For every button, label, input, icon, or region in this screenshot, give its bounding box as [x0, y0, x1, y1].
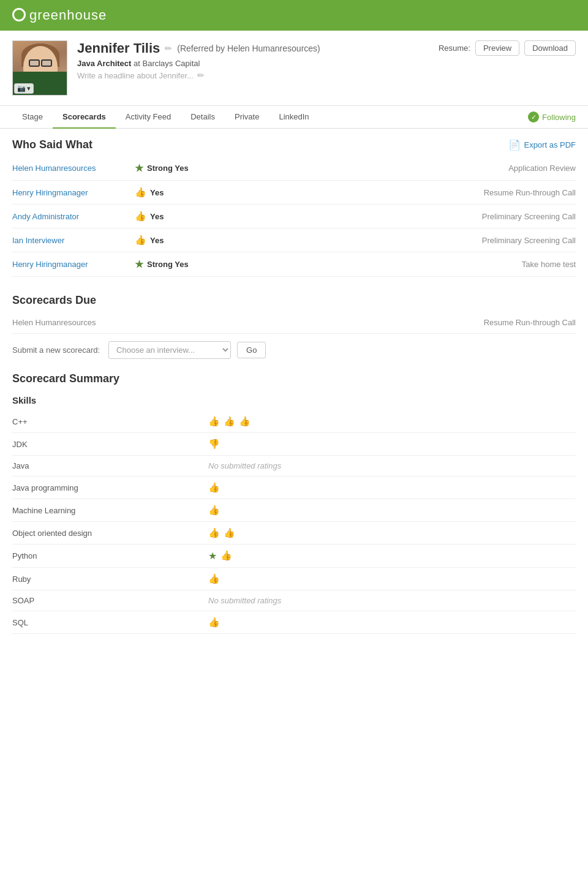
tab-stage[interactable]: Stage: [12, 106, 53, 129]
photo-camera-button[interactable]: 📷▾: [14, 83, 34, 94]
rating-label: Yes: [150, 188, 164, 197]
glass-left: [29, 59, 40, 67]
table-row: Java No submitted ratings: [12, 456, 576, 477]
candidate-job-title: Java Architect: [77, 59, 131, 68]
scorecard-summary-title: Scorecard Summary: [12, 372, 576, 385]
thumbs-up-icon: 👍: [135, 211, 146, 222]
export-pdf-button[interactable]: 📄 Export as PDF: [508, 139, 576, 151]
stage-cell: Preliminary Screening Call: [257, 205, 576, 228]
rating-cell: 👍 Yes: [135, 205, 257, 228]
skill-rating-cell: 👍 👍 👍: [208, 410, 576, 433]
following-button[interactable]: ✓ Following: [528, 111, 576, 123]
stage-cell: Preliminary Screening Call: [257, 228, 576, 252]
thumbs-up-icon: 👍: [135, 235, 146, 246]
no-rating-label: No submitted ratings: [208, 596, 281, 605]
skill-rating-cell: 👎: [208, 433, 576, 456]
skill-rating-cell: No submitted ratings: [208, 590, 576, 611]
skill-rating-cell: 👍: [208, 477, 576, 499]
table-row: Python ★ 👍: [12, 545, 576, 568]
thumbs-up-icon: 👍: [208, 573, 220, 584]
rating-cell: 👍 Yes: [135, 181, 257, 205]
skill-rating-cell: 👍 👍: [208, 522, 576, 545]
tab-details[interactable]: Details: [181, 106, 225, 129]
rating-label: Strong Yes: [147, 164, 189, 173]
due-reviewer-name: Helen Humanresources: [12, 312, 135, 334]
tab-private[interactable]: Private: [225, 106, 269, 129]
glass-right: [41, 59, 52, 67]
interview-select[interactable]: Choose an interview...: [108, 341, 231, 359]
star-icon: ★: [135, 162, 143, 174]
reviewer-name-link[interactable]: Andy Administrator: [12, 212, 79, 221]
table-row: Machine Learning 👍: [12, 499, 576, 522]
yes-rating: 👍 Yes: [135, 211, 257, 222]
table-row: SQL 👍: [12, 611, 576, 634]
following-check-icon: ✓: [528, 111, 539, 123]
skill-name: SOAP: [12, 590, 208, 611]
resume-label: Resume:: [439, 43, 470, 53]
rating-label: Yes: [150, 212, 164, 221]
tab-scorecards[interactable]: Scorecards: [53, 106, 116, 129]
skill-rating-cell: 👍: [208, 611, 576, 634]
thumbs-down-icon: 👎: [208, 439, 220, 449]
reviewer-name-link[interactable]: Ian Interviewer: [12, 236, 64, 245]
reviewer-name-link[interactable]: Henry Hiringmanager: [12, 188, 88, 197]
table-row: Ruby 👍: [12, 568, 576, 590]
reviewer-name-cell: Helen Humanresources: [12, 156, 135, 181]
table-row: JDK 👎: [12, 433, 576, 456]
edit-headline-icon[interactable]: ✏: [197, 70, 205, 80]
skill-name: JDK: [12, 433, 208, 456]
headline-placeholder: Write a headline about Jennifer...: [77, 71, 194, 80]
skill-rating-cell: 👍: [208, 568, 576, 590]
candidate-name-row: Jennifer Tilis ✏ (Referred by Helen Huma…: [77, 40, 439, 56]
rating-label: Yes: [150, 236, 164, 245]
logo-text: greenhouse: [29, 7, 107, 23]
star-icon: ★: [135, 258, 143, 270]
reviewer-name-link[interactable]: Henry Hiringmanager: [12, 260, 88, 269]
table-row: Helen Humanresources ★ Strong Yes Applic…: [12, 156, 576, 181]
candidate-photo: 📷▾: [12, 40, 67, 96]
rating-cell: ★ Strong Yes: [135, 252, 257, 277]
rating-label: Strong Yes: [147, 260, 189, 269]
yes-rating: 👍 Yes: [135, 235, 257, 246]
skill-name: Java: [12, 456, 208, 477]
thumbs-up-icon: 👍: [208, 416, 220, 427]
reviewer-name-link[interactable]: Helen Humanresources: [12, 164, 96, 173]
camera-dropdown-icon: ▾: [27, 85, 31, 92]
export-pdf-label: Export as PDF: [524, 140, 576, 149]
thumbs-up-icon: 👍: [224, 416, 235, 427]
reviewer-name-cell: Andy Administrator: [12, 205, 135, 228]
reviewer-name-cell: Henry Hiringmanager: [12, 252, 135, 277]
thumbs-up-icon: 👍: [135, 187, 146, 198]
skill-name: Object oriented design: [12, 522, 208, 545]
who-said-what-header: Who Said What 📄 Export as PDF: [12, 129, 576, 156]
yes-rating: 👍 Yes: [135, 187, 257, 198]
edit-name-icon[interactable]: ✏: [165, 43, 172, 53]
logo-icon: [12, 8, 26, 21]
tabs-bar: Stage Scorecards Activity Feed Details P…: [0, 106, 588, 129]
thumbs-up-icon: 👍: [239, 416, 251, 427]
table-row: Helen Humanresources Resume Run-through …: [12, 312, 576, 334]
table-row: SOAP No submitted ratings: [12, 590, 576, 611]
stage-cell: Take home test: [257, 252, 576, 277]
due-stage: Resume Run-through Call: [135, 312, 576, 334]
following-label: Following: [542, 113, 576, 122]
skills-table: C++ 👍 👍 👍 JDK 👎 Java: [12, 410, 576, 634]
go-button[interactable]: Go: [237, 342, 266, 358]
tab-linkedin[interactable]: LinkedIn: [269, 106, 318, 129]
pdf-icon: 📄: [508, 139, 521, 151]
strong-yes-rating: ★ Strong Yes: [135, 258, 257, 270]
table-row: Andy Administrator 👍 Yes Preliminary Scr…: [12, 205, 576, 228]
preview-button[interactable]: Preview: [475, 40, 519, 56]
thumbs-up-icon: 👍: [208, 527, 220, 538]
skill-rating-cell: No submitted ratings: [208, 456, 576, 477]
rating-cell: 👍 Yes: [135, 228, 257, 252]
table-row: Object oriented design 👍 👍: [12, 522, 576, 545]
top-header: greenhouse: [0, 0, 588, 31]
star-icon: ★: [208, 550, 217, 562]
tab-activity-feed[interactable]: Activity Feed: [116, 106, 181, 129]
skill-name: SQL: [12, 611, 208, 634]
thumbs-up-icon: 👍: [208, 505, 220, 515]
scorecards-due-section: Scorecards Due Helen Humanresources Resu…: [12, 289, 576, 366]
download-button[interactable]: Download: [524, 40, 576, 56]
thumbs-group: 👍 👍 👍: [208, 416, 576, 427]
